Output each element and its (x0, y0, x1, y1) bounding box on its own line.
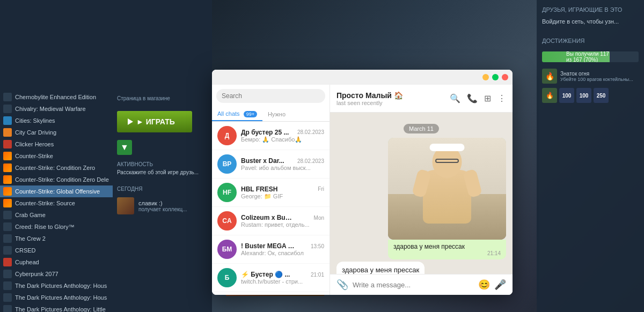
chat-item[interactable]: CAColizeum x Buster ...MonRustam: привет… (212, 207, 330, 235)
header-icons: 🔍 📞 ⊞ ⋮ (450, 93, 506, 103)
game-icon (3, 234, 12, 243)
chat-name: Др бустер 25 ... (241, 129, 289, 136)
chat-status: last seen recently (336, 100, 450, 106)
game-icon (3, 222, 12, 231)
chat-title: Просто Малый 🏠 (336, 91, 450, 100)
achievement-icon-1: 🔥 (542, 69, 557, 84)
chat-item[interactable]: БМ! Buster MEGA S...13:50Alexandr: Ок, с… (212, 235, 330, 264)
game-item[interactable]: City Car Driving (0, 127, 113, 138)
game-icon (3, 128, 12, 137)
telegram-right-panel: Просто Малый 🏠 last seen recently 🔍 📞 ⊞ … (330, 70, 513, 295)
achievement-progress-bar: Вы получили 117 из 167 (70%) (542, 51, 639, 62)
received-message: здарова у меня прессак 21:14 (336, 262, 506, 274)
chat-title-info: Просто Малый 🏠 last seen recently (336, 91, 450, 106)
game-name: Cities: Skylines (15, 117, 55, 124)
game-name: Chivalry: Medieval Warfare (15, 106, 86, 112)
chat-preview: Alexandr: Ок, спасибол (241, 250, 324, 256)
game-item[interactable]: Crab Game (0, 209, 113, 221)
chat-item[interactable]: HFHBL FRESHFriGeorge: 📁 GIF (212, 179, 330, 207)
game-item[interactable]: Chernobylite Enhanced Edition (0, 91, 113, 103)
game-icon (3, 93, 12, 101)
caption-text: здарова у меня прессак (393, 243, 501, 250)
achievement-info-1: Знаток огня Убейте 100 врагов коктейльны… (560, 71, 633, 82)
game-item[interactable]: Creed: Rise to Glory™ (0, 221, 113, 233)
game-icon (3, 152, 12, 160)
game-item[interactable]: Counter-Strike (0, 150, 113, 162)
date-badge: March 11 (404, 124, 439, 133)
play-button[interactable]: ► ИГРАТЬ (117, 111, 192, 132)
store-page-link[interactable]: Страница в магазине (113, 91, 212, 106)
chat-preview: George: 📁 GIF (241, 193, 324, 200)
game-item[interactable]: CRSED (0, 244, 113, 256)
achievement-icons-row: 🔥 100 100 250 (537, 86, 644, 105)
game-item[interactable]: Counter-Strike: Condition Zero Dele (0, 174, 113, 185)
game-item[interactable]: Cyberpunk 2077 (0, 268, 113, 280)
game-item[interactable]: The Dark Pictures Anthology: Hous (0, 292, 113, 303)
ach-icon-fire: 🔥 (542, 88, 557, 103)
game-item[interactable]: Cities: Skylines (0, 115, 113, 127)
chat-avatar: BP (217, 154, 237, 174)
chat-item[interactable]: 💾Saved Messages20:50📷 Photo (212, 292, 330, 295)
attach-icon[interactable]: 📎 (336, 279, 348, 291)
chat-image (388, 138, 506, 240)
game-item[interactable]: Clicker Heroes (0, 138, 113, 150)
game-item[interactable]: Counter-Strike: Condition Zero (0, 162, 113, 174)
game-item[interactable]: Cuphead (0, 256, 113, 268)
all-chats-tab[interactable]: All chats 99+ (212, 107, 262, 121)
game-name: Counter-Strike (15, 153, 53, 159)
minimize-button[interactable] (482, 74, 489, 80)
player-name: славик :) (138, 200, 187, 206)
player-avatar (117, 197, 134, 214)
player-activity-item: славик :) получает коллекц... (113, 194, 212, 218)
achievement-bar-text: Вы получили 117 из 167 (70%) (566, 51, 614, 62)
game-item[interactable]: Chivalry: Medieval Warfare (0, 103, 113, 115)
game-list: Chernobylite Enhanced EditionChivalry: M… (0, 91, 113, 312)
emoji-icon[interactable]: 😊 (478, 279, 490, 291)
game-item[interactable]: The Dark Pictures Anthology: Hous (0, 280, 113, 292)
message-input[interactable] (353, 281, 474, 289)
chat-item[interactable]: Б⚡ Бустер 🔵 ...21:01twitch.tv/buster - с… (212, 264, 330, 292)
call-icon[interactable]: 📞 (467, 93, 478, 103)
chat-time: 28.02.2023 (297, 158, 324, 164)
chat-name: ! Buster MEGA S... (241, 242, 295, 250)
game-icon (3, 187, 12, 196)
received-bubble: здарова у меня прессак 21:14 (336, 262, 425, 274)
ach-icon-100-2: 100 (576, 88, 591, 103)
nado-tab[interactable]: Нужно (262, 108, 291, 121)
store-page-text: Страница в магазине (117, 95, 170, 101)
chat-avatar: HF (217, 183, 237, 202)
chat-info: Colizeum x Buster ...MonRustam: привет, … (241, 214, 324, 228)
chat-info: ! Buster MEGA S...13:50Alexandr: Ок, спа… (241, 242, 324, 256)
game-icon (3, 281, 12, 290)
game-item[interactable]: The Dark Pictures Anthology: Little (0, 303, 113, 312)
chat-item[interactable]: ДДр бустер 25 ...28.02.2023Бемро: 🙏 Спас… (212, 122, 330, 150)
game-item[interactable]: The Crew 2 (0, 233, 113, 244)
input-bar: 📎 😊 🎤 (330, 274, 513, 295)
game-item[interactable]: Counter-Strike: Global Offensive (0, 185, 113, 197)
game-icon (3, 164, 12, 172)
game-item[interactable]: Counter-Strike: Source (0, 197, 113, 209)
dropdown-button[interactable]: ▼ (117, 140, 132, 155)
game-name: City Car Driving (15, 129, 56, 136)
game-icon (3, 293, 12, 302)
friends-title: ДРУЗЬЯ, ИГРАЮЩИЕ В ЭТО (537, 0, 644, 16)
more-icon[interactable]: ⋮ (497, 93, 506, 103)
maximize-button[interactable] (492, 74, 499, 80)
chat-name: ⚡ Бустер 🔵 ... (241, 271, 290, 278)
mic-icon[interactable]: 🎤 (494, 279, 506, 291)
close-button[interactable] (502, 74, 508, 80)
game-icon (3, 105, 12, 113)
received-text: здарова у меня прессак (342, 266, 419, 274)
chat-info: Buster x Dar...28.02.2023Pavel: ибо альб… (241, 157, 324, 171)
game-icon (3, 175, 12, 184)
chat-item[interactable]: BPBuster x Dar...28.02.2023Pavel: ибо ал… (212, 150, 330, 179)
chat-time: Mon (314, 215, 324, 221)
chat-avatar: CA (217, 211, 237, 231)
chat-info: Др бустер 25 ...28.02.2023Бемро: 🙏 Спаси… (241, 129, 324, 143)
steam-activity-section: АКТИВНОСТЬ Расскажите об этой игре друзь… (113, 157, 212, 184)
game-icon (3, 116, 12, 125)
search-icon[interactable]: 🔍 (450, 93, 460, 103)
search-input[interactable] (216, 89, 325, 103)
chat-list: ДДр бустер 25 ...28.02.2023Бемро: 🙏 Спас… (212, 122, 330, 295)
layout-icon[interactable]: ⊞ (484, 93, 491, 103)
